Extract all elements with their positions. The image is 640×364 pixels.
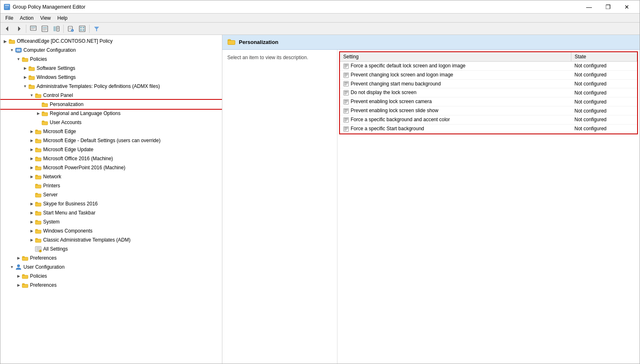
network-label: Network [43, 174, 61, 180]
table-row[interactable]: Force a specific background and accent c… [340, 115, 637, 124]
tree-start-menu[interactable]: ▶ Start Menu and Taskbar [0, 208, 222, 217]
tree-system[interactable]: ▶ System [0, 217, 222, 226]
table-row[interactable]: Prevent changing lock screen and logon i… [340, 70, 637, 79]
tree-user-configuration[interactable]: ▼ User Configuration [0, 263, 222, 272]
minimize-button[interactable]: — [580, 0, 598, 14]
cc-preferences-expander[interactable]: ▶ [15, 255, 22, 261]
user-policies-expander[interactable]: ▶ [15, 273, 22, 279]
tree-software-settings[interactable]: ▶ Software Settings [0, 64, 222, 73]
menu-file[interactable]: File [2, 14, 16, 22]
root-expander[interactable]: ▶ [2, 38, 9, 44]
maximize-button[interactable]: ❐ [598, 0, 617, 14]
start-menu-expander[interactable]: ▶ [28, 210, 35, 216]
svg-rect-11 [43, 27, 47, 28]
table-row[interactable]: Do not display the lock screenNot config… [340, 88, 637, 97]
system-expander[interactable]: ▶ [28, 219, 35, 225]
tree-server[interactable]: ▶ Server [0, 190, 222, 199]
menu-help[interactable]: Help [54, 14, 71, 22]
refresh-button[interactable] [28, 24, 39, 34]
tree-skype[interactable]: ▶ Skype for Business 2016 [0, 199, 222, 208]
server-icon [35, 191, 42, 198]
setting-name: Force a specific default lock screen and… [340, 62, 571, 71]
forward-button[interactable] [14, 24, 24, 34]
skype-expander[interactable]: ▶ [28, 200, 35, 207]
table-row[interactable]: Prevent enabling lock screen cameraNot c… [340, 97, 637, 106]
table-row[interactable]: Prevent changing start menu backgroundNo… [340, 79, 637, 88]
menu-action[interactable]: Action [16, 14, 37, 22]
tree-network[interactable]: ▶ Network [0, 172, 222, 181]
svg-rect-102 [344, 120, 347, 120]
svg-rect-101 [344, 119, 348, 120]
windows-components-expander[interactable]: ▶ [28, 228, 35, 234]
ms-edge-update-expander[interactable]: ▶ [28, 146, 35, 153]
tree-windows-settings[interactable]: ▶ Windows Settings [0, 73, 222, 82]
user-config-expander[interactable]: ▼ [9, 264, 15, 270]
svg-rect-64 [22, 257, 28, 260]
tree-printers[interactable]: ▶ Printers [0, 181, 222, 190]
software-settings-icon [28, 65, 35, 71]
svg-rect-41 [35, 94, 41, 98]
ms-edge-icon [35, 128, 42, 135]
ms-ppt-expander[interactable]: ▶ [28, 164, 35, 171]
ms-edge-expander[interactable]: ▶ [28, 128, 35, 135]
tree-root[interactable]: ▶ OfficeandEdge [DC.CONTOSO.NET] Policy [0, 37, 222, 46]
column-state[interactable]: State [571, 52, 637, 62]
tree-ms-powerpoint-2016[interactable]: ▶ Microsoft PowerPoint 2016 (Machine) [0, 163, 222, 172]
svg-rect-49 [35, 167, 41, 170]
tree-microsoft-edge-default[interactable]: ▶ Microsoft Edge - Default Settings (use… [0, 136, 222, 145]
svg-rect-44 [42, 122, 48, 125]
table-row[interactable]: Force a specific default lock screen and… [340, 62, 637, 71]
tree-ms-edge-update[interactable]: ▶ Microsoft Edge Update [0, 145, 222, 154]
setting-label: Force a specific default lock screen and… [351, 63, 466, 69]
svg-rect-14 [43, 30, 46, 30]
tree-regional[interactable]: ▶ Regional and Language Options [0, 109, 222, 118]
regional-expander[interactable]: ▶ [35, 110, 42, 117]
detail-view-button[interactable] [51, 24, 62, 34]
user-preferences-icon [22, 282, 28, 288]
show-list-button[interactable] [39, 24, 50, 34]
view-button[interactable] [77, 24, 88, 34]
panel-header-title: Personalization [239, 39, 278, 45]
windows-settings-expander[interactable]: ▶ [22, 74, 28, 81]
tree-user-policies[interactable]: ▶ Policies [0, 272, 222, 281]
policies-expander[interactable]: ▼ [15, 56, 22, 62]
ms-office-expander[interactable]: ▶ [28, 155, 35, 162]
computer-config-expander[interactable]: ▼ [9, 47, 15, 53]
menu-view[interactable]: View [37, 14, 54, 22]
tree-all-settings[interactable]: ▶ i All Settings [0, 244, 222, 253]
user-preferences-expander[interactable]: ▶ [15, 282, 22, 288]
admin-templates-expander[interactable]: ▼ [22, 83, 28, 90]
tree-computer-configuration[interactable]: ▼ Computer Configuration [0, 46, 222, 55]
tree-personalization[interactable]: ▶ Personalization [0, 100, 222, 109]
filter-button[interactable] [91, 24, 102, 34]
printers-label: Printers [43, 183, 60, 189]
close-button[interactable]: ✕ [617, 0, 636, 14]
column-setting[interactable]: Setting [340, 52, 571, 62]
control-panel-expander[interactable]: ▼ [28, 92, 35, 99]
software-settings-expander[interactable]: ▶ [22, 65, 28, 71]
tree-admin-templates[interactable]: ▼ Administrative Templates: Policy defin… [0, 82, 222, 91]
ms-edge-default-expander[interactable]: ▶ [28, 137, 35, 144]
description-text: Select an item to view its description. [227, 55, 308, 60]
tree-user-accounts[interactable]: ▶ User Accounts [0, 118, 222, 127]
tree-user-preferences[interactable]: ▶ Preferences [0, 281, 222, 290]
svg-rect-78 [344, 76, 347, 76]
window-title: Group Policy Management Editor [13, 4, 580, 10]
tree-windows-components[interactable]: ▶ Windows Components [0, 226, 222, 235]
network-expander[interactable]: ▶ [28, 173, 35, 180]
back-button[interactable] [2, 24, 13, 34]
svg-rect-15 [53, 26, 56, 31]
table-row[interactable]: Prevent enabling lock screen slide showN… [340, 106, 637, 115]
tree-ms-office-2016[interactable]: ▶ Microsoft Office 2016 (Machine) [0, 154, 222, 163]
policy-icon [343, 81, 349, 87]
table-row[interactable]: Force a specific Start backgroundNot con… [340, 124, 637, 133]
properties-button[interactable]: i [65, 24, 76, 34]
tree-policies[interactable]: ▼ Policies [0, 55, 222, 64]
classic-admin-expander[interactable]: ▶ [28, 237, 35, 243]
tree-classic-admin[interactable]: ▶ Classic Administrative Templates (ADM) [0, 235, 222, 244]
tree-control-panel[interactable]: ▼ Control Panel [0, 91, 222, 100]
svg-rect-53 [35, 203, 41, 206]
tree-microsoft-edge[interactable]: ▶ Microsoft Edge [0, 127, 222, 136]
computer-config-icon [15, 47, 22, 53]
tree-cc-preferences[interactable]: ▶ Preferences [0, 253, 222, 263]
